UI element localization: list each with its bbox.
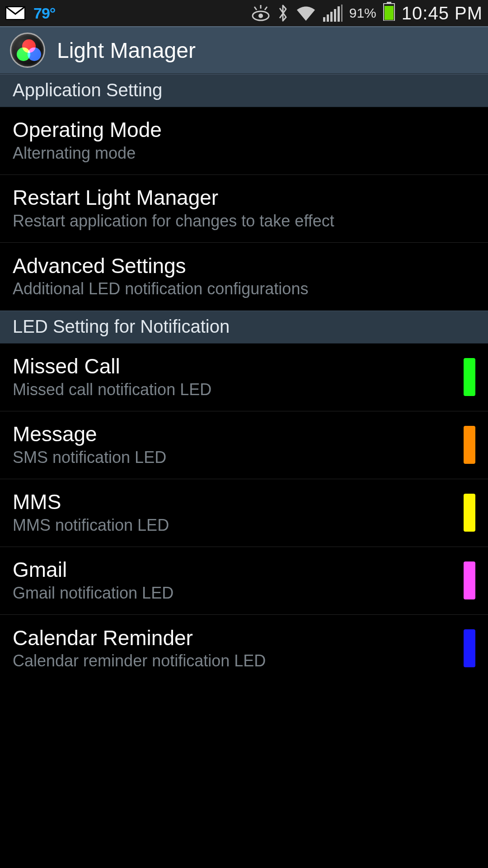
item-subtitle: Calendar reminder notification LED bbox=[13, 651, 455, 670]
item-calendar-reminder[interactable]: Calendar Reminder Calendar reminder noti… bbox=[0, 615, 488, 683]
app-header: Light Manager bbox=[0, 26, 488, 74]
item-subtitle: Restart application for changes to take … bbox=[13, 212, 475, 231]
status-bar: 79° bbox=[0, 0, 488, 26]
status-clock: 10:45 PM bbox=[402, 3, 483, 24]
item-operating-mode[interactable]: Operating Mode Alternating mode bbox=[0, 107, 488, 175]
item-advanced-settings[interactable]: Advanced Settings Additional LED notific… bbox=[0, 243, 488, 311]
led-color-swatch bbox=[464, 358, 475, 396]
item-subtitle: SMS notification LED bbox=[13, 448, 455, 467]
item-restart-light-manager[interactable]: Restart Light Manager Restart applicatio… bbox=[0, 175, 488, 243]
smart-stay-icon bbox=[251, 5, 271, 21]
svg-rect-10 bbox=[338, 6, 340, 22]
svg-rect-11 bbox=[341, 5, 343, 22]
section-header-led-setting: LED Setting for Notification bbox=[0, 311, 488, 344]
svg-point-5 bbox=[258, 14, 263, 18]
battery-icon bbox=[383, 2, 395, 24]
temperature-indicator: 79° bbox=[33, 5, 55, 22]
item-gmail[interactable]: Gmail Gmail notification LED bbox=[0, 547, 488, 615]
svg-rect-14 bbox=[385, 6, 394, 20]
item-title: Message bbox=[13, 422, 455, 446]
item-subtitle: Additional LED notification configuratio… bbox=[13, 279, 475, 298]
svg-line-2 bbox=[254, 7, 257, 10]
led-color-swatch bbox=[464, 629, 475, 667]
led-color-swatch bbox=[464, 494, 475, 532]
app-icon bbox=[10, 33, 45, 68]
item-mms[interactable]: MMS MMS notification LED bbox=[0, 479, 488, 547]
item-title: Gmail bbox=[13, 558, 455, 582]
item-title: Restart Light Manager bbox=[13, 186, 475, 210]
item-title: Missed Call bbox=[13, 354, 455, 378]
mail-icon bbox=[5, 6, 25, 20]
section-header-app-setting: Application Setting bbox=[0, 74, 488, 107]
item-title: Operating Mode bbox=[13, 118, 475, 142]
led-setting-list: Missed Call Missed call notification LED… bbox=[0, 344, 488, 683]
battery-percent: 91% bbox=[349, 5, 376, 21]
bluetooth-icon bbox=[277, 4, 289, 23]
svg-rect-8 bbox=[330, 12, 333, 22]
led-color-swatch bbox=[464, 561, 475, 599]
app-title: Light Manager bbox=[57, 38, 196, 63]
item-title: Calendar Reminder bbox=[13, 626, 455, 650]
svg-line-3 bbox=[265, 7, 267, 10]
item-subtitle: Missed call notification LED bbox=[13, 380, 455, 399]
item-title: Advanced Settings bbox=[13, 254, 475, 278]
svg-rect-6 bbox=[323, 17, 325, 22]
led-color-swatch bbox=[464, 426, 475, 464]
item-subtitle: Alternating mode bbox=[13, 144, 475, 163]
svg-rect-7 bbox=[327, 14, 329, 22]
item-message[interactable]: Message SMS notification LED bbox=[0, 411, 488, 479]
signal-icon bbox=[323, 5, 343, 22]
item-subtitle: MMS notification LED bbox=[13, 516, 455, 535]
item-title: MMS bbox=[13, 490, 455, 514]
item-subtitle: Gmail notification LED bbox=[13, 584, 455, 603]
svg-rect-9 bbox=[334, 9, 336, 22]
wifi-icon bbox=[295, 5, 317, 22]
app-setting-list: Operating Mode Alternating mode Restart … bbox=[0, 107, 488, 311]
item-missed-call[interactable]: Missed Call Missed call notification LED bbox=[0, 344, 488, 411]
